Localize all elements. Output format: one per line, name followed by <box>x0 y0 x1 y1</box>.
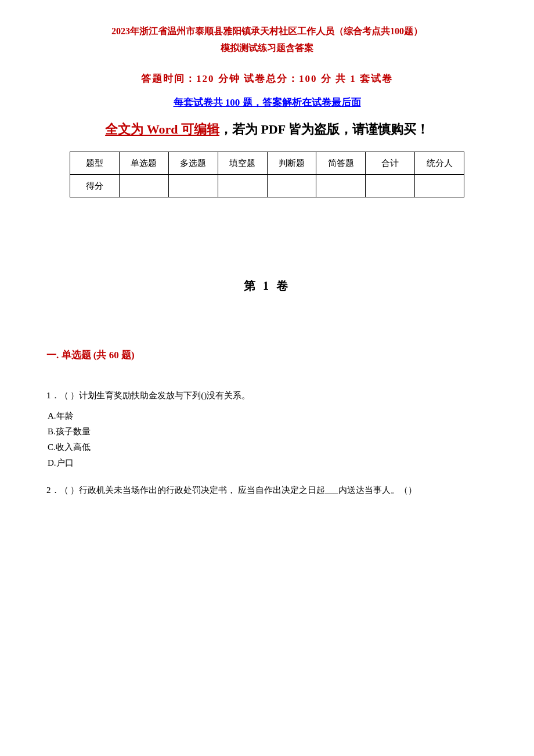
col-total: 合计 <box>366 152 415 175</box>
option-1-c: C.收入高低 <box>48 440 488 455</box>
score-short <box>316 175 366 197</box>
score-table-section: 题型 单选题 多选题 填空题 判断题 简答题 合计 统分人 得分 <box>46 152 488 197</box>
table-score-row: 得分 <box>70 175 464 197</box>
word-notice-red: 全文为 Word 可编辑 <box>105 122 219 136</box>
highlight-notice: 每套试卷共 100 题，答案解析在试卷最后面 <box>46 95 488 110</box>
volume-title: 第 1 卷 <box>46 276 488 295</box>
question-2: 2．（ ）行政机关未当场作出的行政处罚决定书， 应当自作出决定之日起___内送达… <box>46 483 488 498</box>
question-1-text: 1．（ ）计划生育奖励扶助金发放与下列()没有关系。 <box>46 388 488 404</box>
col-fill: 填空题 <box>218 152 267 175</box>
option-1-a: A.年龄 <box>48 408 488 424</box>
table-header-row: 题型 单选题 多选题 填空题 判断题 简答题 合计 统分人 <box>70 152 464 175</box>
score-label: 得分 <box>70 175 120 197</box>
option-1-d: D.户口 <box>48 455 488 471</box>
score-judge <box>267 175 316 197</box>
score-scorer <box>415 175 464 197</box>
question-1: 1．（ ）计划生育奖励扶助金发放与下列()没有关系。 A.年龄 B.孩子数量 C… <box>46 388 488 471</box>
title-line2: 模拟测试练习题含答案 <box>221 43 313 53</box>
exam-info: 答题时间：120 分钟 试卷总分：100 分 共 1 套试卷 <box>46 71 488 87</box>
score-total <box>366 175 415 197</box>
col-type: 题型 <box>70 152 120 175</box>
option-1-b: B.孩子数量 <box>48 424 488 440</box>
score-multi <box>168 175 218 197</box>
spacer-3 <box>46 312 488 336</box>
word-notice-black: ，若为 PDF 皆为盗版，请谨慎购买！ <box>219 122 429 136</box>
section-title: 一. 单选题 (共 60 题) <box>46 347 488 363</box>
page-title: 2023年浙江省温州市泰顺县雅阳镇承天村社区工作人员（综合考点共100题） 模拟… <box>46 23 488 57</box>
score-single <box>119 175 168 197</box>
score-fill <box>218 175 267 197</box>
spacer-1 <box>46 207 488 230</box>
col-short: 简答题 <box>316 152 366 175</box>
col-judge: 判断题 <box>267 152 316 175</box>
word-notice: 全文为 Word 可编辑，若为 PDF 皆为盗版，请谨慎购买！ <box>46 118 488 140</box>
col-multi: 多选题 <box>168 152 218 175</box>
score-table: 题型 单选题 多选题 填空题 判断题 简答题 合计 统分人 得分 <box>70 152 464 197</box>
title-line1: 2023年浙江省温州市泰顺县雅阳镇承天村社区工作人员（综合考点共100题） <box>111 26 423 36</box>
divider-space-1 <box>46 374 488 388</box>
spacer-2 <box>46 230 488 253</box>
col-scorer: 统分人 <box>415 152 464 175</box>
question-2-text: 2．（ ）行政机关未当场作出的行政处罚决定书， 应当自作出决定之日起___内送达… <box>46 483 488 498</box>
col-single: 单选题 <box>119 152 168 175</box>
